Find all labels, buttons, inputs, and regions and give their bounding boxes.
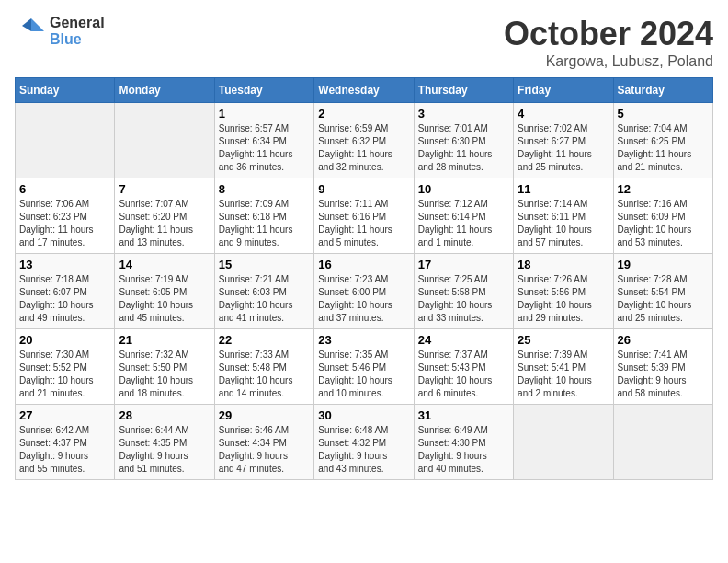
day-info: Sunrise: 7:25 AM Sunset: 5:58 PM Dayligh… bbox=[418, 273, 509, 325]
day-info: Sunrise: 7:01 AM Sunset: 6:30 PM Dayligh… bbox=[418, 122, 509, 174]
weekday-header-row: SundayMondayTuesdayWednesdayThursdayFrid… bbox=[16, 78, 713, 103]
day-number: 12 bbox=[618, 182, 709, 196]
day-info: Sunrise: 7:18 AM Sunset: 6:07 PM Dayligh… bbox=[19, 273, 110, 325]
day-info: Sunrise: 7:16 AM Sunset: 6:09 PM Dayligh… bbox=[618, 198, 709, 249]
day-number: 22 bbox=[219, 333, 310, 347]
calendar-cell: 3Sunrise: 7:01 AM Sunset: 6:30 PM Daylig… bbox=[414, 103, 513, 178]
calendar-cell: 15Sunrise: 7:21 AM Sunset: 6:03 PM Dayli… bbox=[214, 254, 313, 329]
day-info: Sunrise: 7:23 AM Sunset: 6:00 PM Dayligh… bbox=[318, 273, 409, 325]
day-info: Sunrise: 7:32 AM Sunset: 5:50 PM Dayligh… bbox=[119, 349, 210, 400]
svg-marker-0 bbox=[31, 18, 44, 31]
day-info: Sunrise: 7:33 AM Sunset: 5:48 PM Dayligh… bbox=[219, 349, 310, 400]
calendar-cell: 24Sunrise: 7:37 AM Sunset: 5:43 PM Dayli… bbox=[414, 329, 513, 405]
day-info: Sunrise: 7:12 AM Sunset: 6:14 PM Dayligh… bbox=[418, 198, 509, 249]
page-header: General Blue October 2024 Kargowa, Lubus… bbox=[15, 15, 713, 70]
month-title: October 2024 bbox=[504, 15, 713, 53]
logo-bird-icon bbox=[15, 15, 48, 48]
day-info: Sunrise: 7:35 AM Sunset: 5:46 PM Dayligh… bbox=[318, 349, 409, 400]
day-number: 26 bbox=[618, 333, 709, 347]
day-info: Sunrise: 7:37 AM Sunset: 5:43 PM Dayligh… bbox=[418, 349, 509, 400]
calendar-cell: 19Sunrise: 7:28 AM Sunset: 5:54 PM Dayli… bbox=[613, 254, 712, 329]
day-number: 16 bbox=[318, 258, 409, 271]
title-section: October 2024 Kargowa, Lubusz, Poland bbox=[504, 15, 713, 70]
day-info: Sunrise: 7:28 AM Sunset: 5:54 PM Dayligh… bbox=[618, 273, 709, 325]
day-info: Sunrise: 7:11 AM Sunset: 6:16 PM Dayligh… bbox=[318, 198, 409, 249]
calendar-cell: 27Sunrise: 6:42 AM Sunset: 4:37 PM Dayli… bbox=[16, 405, 115, 480]
weekday-header-saturday: Saturday bbox=[613, 78, 712, 103]
day-number: 2 bbox=[318, 107, 409, 121]
calendar-cell: 21Sunrise: 7:32 AM Sunset: 5:50 PM Dayli… bbox=[115, 329, 214, 405]
calendar-cell: 13Sunrise: 7:18 AM Sunset: 6:07 PM Dayli… bbox=[16, 254, 115, 329]
day-number: 20 bbox=[19, 333, 110, 347]
day-number: 5 bbox=[618, 107, 709, 121]
day-info: Sunrise: 7:39 AM Sunset: 5:41 PM Dayligh… bbox=[518, 349, 609, 400]
weekday-header-friday: Friday bbox=[514, 78, 613, 103]
calendar-table: SundayMondayTuesdayWednesdayThursdayFrid… bbox=[15, 77, 713, 480]
logo-text-general: General bbox=[50, 15, 105, 31]
day-info: Sunrise: 7:02 AM Sunset: 6:27 PM Dayligh… bbox=[518, 122, 609, 174]
weekday-header-wednesday: Wednesday bbox=[314, 78, 414, 103]
logo: General Blue bbox=[15, 15, 105, 48]
calendar-cell: 2Sunrise: 6:59 AM Sunset: 6:32 PM Daylig… bbox=[314, 103, 414, 178]
day-number: 7 bbox=[119, 182, 210, 196]
day-info: Sunrise: 6:49 AM Sunset: 4:30 PM Dayligh… bbox=[418, 424, 509, 476]
weekday-header-monday: Monday bbox=[115, 78, 214, 103]
week-row-3: 13Sunrise: 7:18 AM Sunset: 6:07 PM Dayli… bbox=[16, 254, 713, 329]
day-number: 25 bbox=[518, 333, 609, 347]
day-info: Sunrise: 6:46 AM Sunset: 4:34 PM Dayligh… bbox=[219, 424, 310, 476]
calendar-cell: 4Sunrise: 7:02 AM Sunset: 6:27 PM Daylig… bbox=[514, 103, 613, 178]
calendar-cell: 10Sunrise: 7:12 AM Sunset: 6:14 PM Dayli… bbox=[414, 178, 513, 254]
calendar-cell: 1Sunrise: 6:57 AM Sunset: 6:34 PM Daylig… bbox=[214, 103, 313, 178]
calendar-cell: 29Sunrise: 6:46 AM Sunset: 4:34 PM Dayli… bbox=[214, 405, 313, 480]
day-number: 13 bbox=[19, 258, 110, 271]
calendar-cell: 26Sunrise: 7:41 AM Sunset: 5:39 PM Dayli… bbox=[613, 329, 712, 405]
day-number: 19 bbox=[618, 258, 709, 271]
day-info: Sunrise: 7:07 AM Sunset: 6:20 PM Dayligh… bbox=[119, 198, 210, 249]
day-number: 6 bbox=[19, 182, 110, 196]
calendar-cell: 6Sunrise: 7:06 AM Sunset: 6:23 PM Daylig… bbox=[16, 178, 115, 254]
calendar-cell bbox=[16, 103, 115, 178]
day-info: Sunrise: 6:48 AM Sunset: 4:32 PM Dayligh… bbox=[318, 424, 409, 476]
day-number: 4 bbox=[518, 107, 609, 121]
day-info: Sunrise: 7:30 AM Sunset: 5:52 PM Dayligh… bbox=[19, 349, 110, 400]
calendar-cell: 25Sunrise: 7:39 AM Sunset: 5:41 PM Dayli… bbox=[514, 329, 613, 405]
calendar-cell: 11Sunrise: 7:14 AM Sunset: 6:11 PM Dayli… bbox=[514, 178, 613, 254]
day-info: Sunrise: 7:14 AM Sunset: 6:11 PM Dayligh… bbox=[518, 198, 609, 249]
day-info: Sunrise: 7:19 AM Sunset: 6:05 PM Dayligh… bbox=[119, 273, 210, 325]
week-row-4: 20Sunrise: 7:30 AM Sunset: 5:52 PM Dayli… bbox=[16, 329, 713, 405]
weekday-header-tuesday: Tuesday bbox=[214, 78, 313, 103]
day-info: Sunrise: 7:09 AM Sunset: 6:18 PM Dayligh… bbox=[219, 198, 310, 249]
day-info: Sunrise: 6:44 AM Sunset: 4:35 PM Dayligh… bbox=[119, 424, 210, 476]
calendar-cell: 16Sunrise: 7:23 AM Sunset: 6:00 PM Dayli… bbox=[314, 254, 414, 329]
day-number: 15 bbox=[219, 258, 310, 271]
day-number: 27 bbox=[19, 408, 110, 422]
day-number: 11 bbox=[518, 182, 609, 196]
calendar-cell: 18Sunrise: 7:26 AM Sunset: 5:56 PM Dayli… bbox=[514, 254, 613, 329]
calendar-cell bbox=[514, 405, 613, 480]
calendar-cell: 14Sunrise: 7:19 AM Sunset: 6:05 PM Dayli… bbox=[115, 254, 214, 329]
day-number: 10 bbox=[418, 182, 509, 196]
location-title: Kargowa, Lubusz, Poland bbox=[504, 53, 713, 70]
week-row-5: 27Sunrise: 6:42 AM Sunset: 4:37 PM Dayli… bbox=[16, 405, 713, 480]
day-number: 3 bbox=[418, 107, 509, 121]
day-number: 1 bbox=[219, 107, 310, 121]
day-info: Sunrise: 7:26 AM Sunset: 5:56 PM Dayligh… bbox=[518, 273, 609, 325]
day-number: 8 bbox=[219, 182, 310, 196]
day-info: Sunrise: 7:06 AM Sunset: 6:23 PM Dayligh… bbox=[19, 198, 110, 249]
week-row-1: 1Sunrise: 6:57 AM Sunset: 6:34 PM Daylig… bbox=[16, 103, 713, 178]
logo-text-blue: Blue bbox=[50, 31, 105, 48]
calendar-cell: 17Sunrise: 7:25 AM Sunset: 5:58 PM Dayli… bbox=[414, 254, 513, 329]
weekday-header-sunday: Sunday bbox=[16, 78, 115, 103]
calendar-cell: 30Sunrise: 6:48 AM Sunset: 4:32 PM Dayli… bbox=[314, 405, 414, 480]
day-number: 14 bbox=[119, 258, 210, 271]
day-number: 31 bbox=[418, 408, 509, 422]
day-number: 23 bbox=[318, 333, 409, 347]
day-info: Sunrise: 6:59 AM Sunset: 6:32 PM Dayligh… bbox=[318, 122, 409, 174]
week-row-2: 6Sunrise: 7:06 AM Sunset: 6:23 PM Daylig… bbox=[16, 178, 713, 254]
calendar-cell bbox=[115, 103, 214, 178]
calendar-cell: 9Sunrise: 7:11 AM Sunset: 6:16 PM Daylig… bbox=[314, 178, 414, 254]
calendar-cell: 5Sunrise: 7:04 AM Sunset: 6:25 PM Daylig… bbox=[613, 103, 712, 178]
calendar-cell bbox=[613, 405, 712, 480]
day-number: 28 bbox=[119, 408, 210, 422]
calendar-cell: 20Sunrise: 7:30 AM Sunset: 5:52 PM Dayli… bbox=[16, 329, 115, 405]
